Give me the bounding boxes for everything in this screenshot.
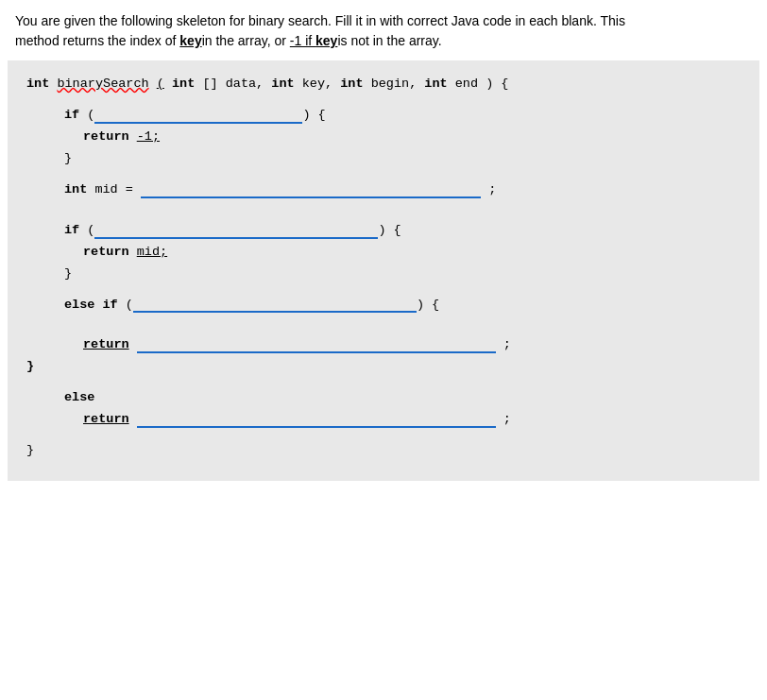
return2-blank-input[interactable] [137, 412, 496, 428]
return-kw2: return [83, 242, 129, 264]
int-kw4: int [340, 74, 363, 95]
if-line: if ( ) { [26, 105, 741, 127]
else-if-blank-input[interactable] [133, 297, 417, 313]
return-kw1: return [83, 127, 129, 148]
return2-line: return ; [26, 409, 741, 431]
else-line: else [26, 387, 741, 409]
if-blank-input[interactable] [94, 108, 302, 124]
return1-line: return ; [26, 334, 741, 356]
else-if-line: else if ( ) { [26, 295, 741, 316]
if2-line: if ( ) { [26, 220, 741, 242]
neg-one-value: -1; [137, 127, 160, 148]
close-brace-1: } [26, 148, 741, 170]
if3-keyword: if [103, 295, 118, 316]
signature-line: int binarySearch ( int [] data, int key,… [26, 74, 741, 95]
neg-one: -1 if [290, 33, 315, 48]
int-kw5: int [424, 74, 447, 95]
paren-open: ( [157, 74, 164, 95]
else-kw2: else [64, 387, 94, 409]
if2-keyword: if [64, 220, 79, 242]
return-kw3: return [83, 334, 129, 356]
method-name: binarySearch [57, 74, 148, 95]
return-mid-line: return mid; [26, 242, 741, 264]
close-brace-2: } [26, 264, 741, 285]
return-neg1-line: return -1; [26, 127, 741, 148]
int-kw-mid: int [64, 179, 87, 201]
description-area: You are given the following skeleton for… [0, 0, 767, 60]
int-kw3: int [271, 74, 294, 95]
close-brace-3: } [26, 356, 741, 378]
mid-value: mid; [137, 242, 167, 264]
mid-blank-input[interactable] [141, 182, 481, 198]
if-keyword: if [64, 105, 79, 127]
key-word2: key [315, 33, 337, 48]
code-block: int binarySearch ( int [] data, int key,… [8, 60, 759, 481]
close-brace-kw: } [26, 356, 34, 378]
return1-blank-input[interactable] [137, 337, 496, 353]
mid-line: int mid = ; [26, 179, 741, 201]
key-word: key [179, 33, 201, 48]
int-keyword: int [26, 74, 49, 95]
if2-blank-input[interactable] [94, 223, 378, 239]
return-kw4: return [83, 409, 129, 431]
else-kw: else [64, 295, 94, 316]
description-text: You are given the following skeleton for… [0, 0, 767, 60]
final-close-brace: } [26, 440, 741, 462]
int-kw2: int [172, 74, 195, 95]
